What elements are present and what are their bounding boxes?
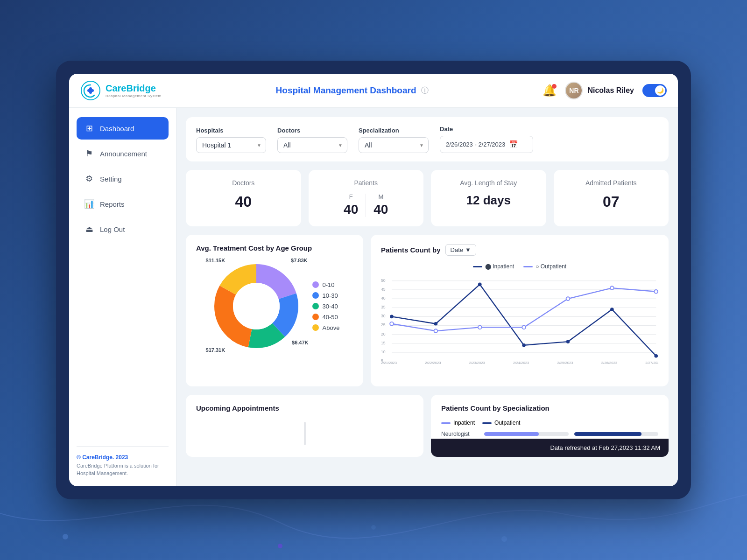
dashboard-icon: ⊞ [84, 123, 94, 133]
sidebar-label-logout: Log Out [100, 225, 125, 233]
filter-specialization-select[interactable]: All [359, 137, 429, 153]
donut-svg [210, 259, 303, 353]
sidebar-item-setting[interactable]: ⚙ Setting [77, 168, 169, 190]
carebridge-logo-icon [80, 80, 101, 101]
avatar-inner: NR [566, 83, 582, 98]
legend-dot-0-10 [312, 281, 319, 288]
svg-text:2/22/2023: 2/22/2023 [425, 361, 441, 365]
sidebar-item-dashboard[interactable]: ⊞ Dashboard [77, 117, 169, 140]
specialization-card: Patients Count by Specialization Inpatie… [431, 395, 669, 457]
svg-point-44 [610, 286, 614, 290]
stat-avg-stay-title: Avg. Length of Stay [441, 179, 536, 187]
charts-row: Avg. Treatment Cost by Age Group [186, 235, 669, 386]
svg-point-3 [501, 536, 507, 542]
sidebar-label-dashboard: Dashboard [100, 125, 134, 133]
line-chart-legend: ⬤ Inpatient ○ Outpatient [381, 263, 658, 270]
svg-text:15: 15 [381, 341, 386, 345]
svg-text:2/21/2023: 2/21/2023 [381, 361, 397, 365]
dark-mode-toggle[interactable]: 🌙 [642, 84, 667, 97]
legend-label-30-40: 30-40 [323, 303, 338, 310]
legend-inpatient-label: ⬤ Inpatient [485, 263, 514, 270]
svg-point-35 [522, 343, 526, 347]
svg-text:40: 40 [381, 296, 386, 301]
patients-female: F 40 [336, 193, 366, 217]
stat-patients-title: Patients [319, 179, 414, 187]
date-value: 2/26/2023 - 2/27/2023 [446, 141, 505, 148]
filter-specialization: Specialization All [359, 127, 429, 153]
donut-label-topright: $7.83K [291, 258, 307, 263]
svg-point-36 [566, 340, 570, 343]
line-chart-svg-area: 50 45 40 35 30 25 20 15 10 5 [381, 274, 658, 377]
spec-legend-outpatient: Outpatient [482, 420, 520, 426]
date-input[interactable]: 2/26/2023 - 2/27/2023 📅 [440, 136, 533, 153]
donut-label-bottom: $17.31K [206, 347, 226, 353]
logo-sub: Hospital Management System [106, 94, 162, 98]
legend-dot-above [312, 324, 319, 331]
line-chart-title: Patients Count by [381, 246, 441, 254]
svg-point-40 [434, 329, 438, 333]
toast-text: Data refreshed at Feb 27,2023 11:32 AM [550, 444, 660, 451]
svg-point-37 [610, 308, 614, 311]
sidebar-label-reports: Reports [100, 200, 125, 208]
sidebar-footer: © CareBridge. 2023 CareBridge Platform i… [77, 446, 169, 477]
svg-point-0 [63, 534, 68, 539]
device-frame: CareBridge Hospital Management System Ho… [56, 61, 691, 499]
legend-outpatient-label: ○ Outpatient [536, 263, 566, 270]
male-label: M [374, 193, 388, 200]
legend-inpatient-color [473, 266, 482, 267]
sidebar-item-announcement[interactable]: ⚑ Announcement [77, 142, 169, 165]
user-area: NR Nicolas Riley [565, 82, 634, 99]
legend-item-30-40: 30-40 [312, 303, 340, 310]
filter-specialization-label: Specialization [359, 127, 429, 134]
filter-doctors-label: Doctors [277, 127, 347, 134]
footer-brand: © CareBridge. 2023 [77, 454, 169, 461]
stat-card-admitted: Admitted Patients 07 [554, 170, 669, 226]
svg-text:2/25/2023: 2/25/2023 [557, 361, 573, 365]
line-chart-dropdown[interactable]: Date ▼ [445, 244, 476, 256]
avatar: NR [565, 82, 583, 99]
dropdown-arrow: ▼ [465, 246, 471, 253]
setting-icon: ⚙ [84, 174, 94, 184]
spec-inpatient-label: Inpatient [453, 420, 475, 426]
header-right: 🔔 NR Nicolas Riley 🌙 [543, 82, 667, 99]
stat-doctors-value: 40 [196, 193, 291, 210]
svg-text:50: 50 [381, 278, 386, 283]
svg-text:25: 25 [381, 322, 386, 327]
sidebar-item-logout[interactable]: ⏏ Log Out [77, 218, 169, 240]
svg-text:2/23/2023: 2/23/2023 [469, 361, 485, 365]
line-chart-card: Patients Count by Date ▼ ⬤ Inpatient [371, 235, 669, 386]
stat-admitted-title: Admitted Patients [564, 179, 659, 187]
spec-neurologist-inpatient-bar [484, 432, 539, 436]
line-chart-title-row: Patients Count by Date ▼ [381, 244, 658, 256]
notification-button[interactable]: 🔔 [543, 84, 557, 97]
donut-chart-area: $7.83K $11.15K $17.31K $6.47K [210, 259, 303, 353]
main-layout: ⊞ Dashboard ⚑ Announcement ⚙ Setting 📊 R… [69, 108, 678, 486]
svg-point-1 [278, 544, 282, 548]
logo-area: CareBridge Hospital Management System [80, 80, 162, 101]
legend-dot-40-50 [312, 314, 319, 320]
legend-dot-30-40 [312, 303, 319, 309]
bottom-row: Upcoming Appointments Patients Count by … [186, 395, 669, 457]
spec-legend-inpatient-color [441, 422, 451, 424]
footer-text: CareBridge Platform is a solution for Ho… [77, 462, 169, 477]
line-chart-dropdown-value: Date [451, 246, 463, 253]
svg-text:2/24/2023: 2/24/2023 [513, 361, 529, 365]
sidebar-item-reports[interactable]: 📊 Reports [77, 193, 169, 215]
legend-label-0-10: 0-10 [323, 281, 335, 288]
legend-outpatient-color [523, 266, 533, 267]
legend-label-10-30: 10-30 [323, 292, 338, 299]
filter-hospitals-select[interactable]: Hospital 1 [196, 137, 266, 153]
filter-doctors-select[interactable]: All [277, 137, 347, 153]
svg-point-43 [566, 297, 570, 301]
spec-neurologist-outpatient-bar [574, 432, 641, 436]
specialization-title: Patients Count by Specialization [441, 404, 658, 412]
legend-outpatient: ○ Outpatient [523, 263, 566, 270]
donut-chart-card: Avg. Treatment Cost by Age Group [186, 235, 363, 386]
logo-text: CareBridge Hospital Management System [106, 83, 162, 98]
logout-icon: ⏏ [84, 224, 94, 234]
info-icon[interactable]: ⓘ [421, 86, 429, 96]
stat-card-doctors: Doctors 40 [186, 170, 301, 226]
stats-row: Doctors 40 Patients F 40 [186, 170, 669, 226]
legend-item-40-50: 40-50 [312, 314, 340, 321]
svg-text:2/26/2023: 2/26/2023 [601, 361, 617, 365]
